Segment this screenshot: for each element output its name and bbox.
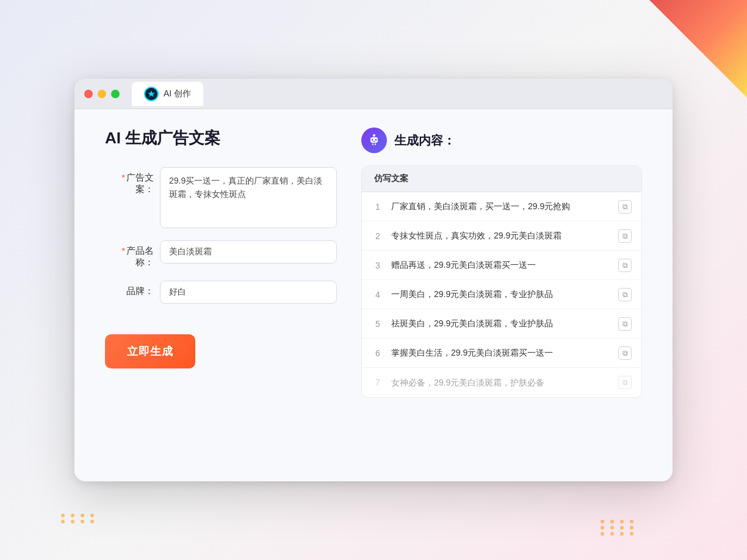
row-num: 3: [372, 260, 384, 270]
left-panel: AI 生成广告文案 *广告文案： *产品名称： 品牌： 立即生成: [105, 127, 337, 463]
product-required: *: [121, 245, 125, 256]
table-row: 3 赠品再送，29.9元美白淡斑霜买一送一 ⧉: [362, 251, 641, 280]
brand-input[interactable]: [160, 281, 337, 304]
result-header: 生成内容：: [361, 127, 642, 153]
bg-dots-bottom-right: [601, 520, 637, 536]
result-title: 生成内容：: [394, 132, 455, 149]
title-bar: AI 创作: [74, 79, 673, 109]
row-text: 女神必备，29.9元美白淡斑霜，护肤必备: [391, 376, 611, 389]
table-header: 仿写文案: [362, 166, 641, 192]
window-controls: [84, 90, 120, 98]
row-num: 2: [372, 231, 384, 241]
ad-copy-required: *: [121, 172, 125, 182]
brand-group: 品牌：: [105, 281, 337, 304]
row-text: 一周美白，29.9元美白淡斑霜，专业护肤品: [391, 288, 611, 301]
row-text: 赠品再送，29.9元美白淡斑霜买一送一: [391, 259, 611, 271]
page-title: AI 生成广告文案: [105, 127, 337, 149]
copy-button[interactable]: ⧉: [618, 259, 632, 272]
tab-ai-create[interactable]: AI 创作: [132, 82, 203, 106]
copy-button[interactable]: ⧉: [618, 229, 632, 243]
row-num: 5: [372, 319, 384, 329]
svg-rect-5: [375, 143, 376, 145]
tab-icon: [144, 87, 159, 101]
copy-button[interactable]: ⧉: [618, 346, 632, 360]
ad-copy-label: *广告文案：: [105, 167, 154, 195]
svg-point-0: [373, 134, 375, 137]
product-label: *产品名称：: [105, 240, 154, 268]
row-num: 4: [372, 290, 384, 300]
copy-button[interactable]: ⧉: [618, 376, 632, 389]
copy-button[interactable]: ⧉: [618, 288, 632, 301]
table-row: 4 一周美白，29.9元美白淡斑霜，专业护肤品 ⧉: [362, 280, 641, 309]
table-row: 1 厂家直销，美白淡斑霜，买一送一，29.9元抢购 ⧉: [362, 192, 641, 221]
copy-button[interactable]: ⧉: [618, 200, 632, 214]
brand-label: 品牌：: [105, 281, 154, 297]
tab-label: AI 创作: [164, 88, 191, 99]
svg-point-3: [375, 139, 377, 141]
minimize-button[interactable]: [98, 90, 106, 98]
ad-copy-input[interactable]: [160, 167, 337, 228]
browser-window: AI 创作 AI 生成广告文案 *广告文案： *产品名称：: [74, 79, 673, 481]
close-button[interactable]: [84, 90, 93, 98]
robot-icon: [361, 127, 387, 153]
bg-dots-bottom-left: [61, 514, 98, 523]
row-text: 祛斑美白，29.9元美白淡斑霜，专业护肤品: [391, 317, 611, 330]
row-num: 1: [372, 202, 384, 212]
row-num: 6: [372, 348, 384, 358]
product-input[interactable]: [160, 240, 337, 264]
svg-rect-4: [372, 143, 374, 145]
product-name-group: *产品名称：: [105, 240, 337, 268]
content-area: AI 生成广告文案 *广告文案： *产品名称： 品牌： 立即生成: [74, 109, 673, 481]
copy-button[interactable]: ⧉: [618, 317, 632, 331]
row-num: 7: [372, 378, 384, 387]
ad-copy-group: *广告文案：: [105, 167, 337, 228]
table-row: 7 女神必备，29.9元美白淡斑霜，护肤必备 ⧉: [362, 368, 641, 397]
table-row: 5 祛斑美白，29.9元美白淡斑霜，专业护肤品 ⧉: [362, 309, 641, 339]
right-panel: 生成内容： 仿写文案 1 厂家直销，美白淡斑霜，买一送一，29.9元抢购 ⧉ 2…: [361, 127, 642, 463]
table-row: 2 专抹女性斑点，真实功效，29.9元美白淡斑霜 ⧉: [362, 221, 641, 251]
row-text: 掌握美白生活，29.9元美白淡斑霜买一送一: [391, 346, 611, 359]
maximize-button[interactable]: [111, 90, 120, 98]
row-text: 专抹女性斑点，真实功效，29.9元美白淡斑霜: [391, 229, 611, 242]
table-row: 6 掌握美白生活，29.9元美白淡斑霜买一送一 ⧉: [362, 339, 641, 368]
result-table: 仿写文案 1 厂家直销，美白淡斑霜，买一送一，29.9元抢购 ⧉ 2 专抹女性斑…: [361, 165, 642, 398]
row-text: 厂家直销，美白淡斑霜，买一送一，29.9元抢购: [391, 200, 611, 213]
generate-button[interactable]: 立即生成: [105, 334, 195, 368]
svg-point-2: [372, 139, 374, 141]
